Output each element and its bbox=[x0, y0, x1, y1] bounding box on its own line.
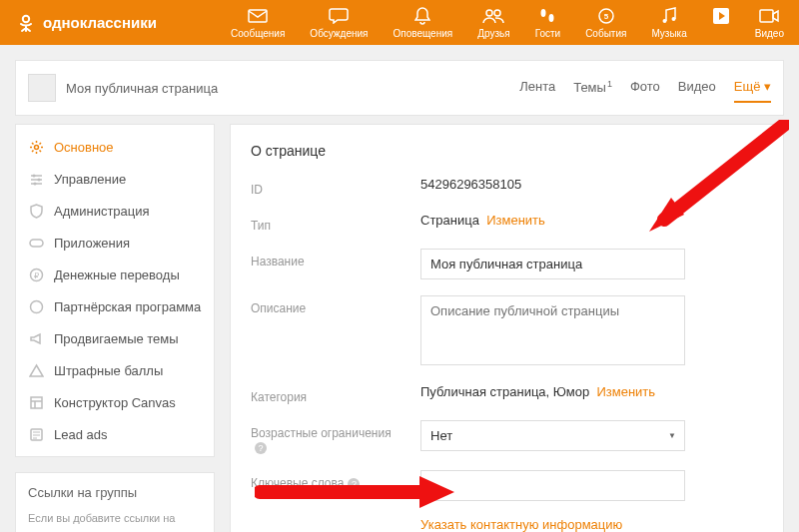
type-change-link[interactable]: Изменить bbox=[486, 213, 545, 228]
sidemenu-apps[interactable]: Приложения bbox=[16, 227, 214, 259]
name-label: Название bbox=[251, 249, 405, 268]
shield-icon bbox=[28, 203, 44, 219]
groups-links-box: Ссылки на группы Если вы добавите ссылки… bbox=[15, 472, 215, 532]
svg-point-9 bbox=[672, 17, 676, 21]
sidemenu-penalty[interactable]: Штрафные баллы bbox=[16, 354, 214, 386]
gamepad-icon bbox=[28, 235, 44, 251]
age-label: Возрастные ограничения bbox=[251, 426, 392, 440]
nav-discussions[interactable]: Обсуждения bbox=[310, 6, 368, 39]
sidemenu-promoted[interactable]: Продвигаемые темы bbox=[16, 322, 214, 354]
music-icon bbox=[661, 6, 677, 26]
type-value: Страница bbox=[420, 213, 479, 228]
nav-guests[interactable]: Гости bbox=[535, 6, 560, 39]
svg-point-12 bbox=[34, 145, 38, 149]
nav-music[interactable]: Музыка bbox=[651, 6, 686, 39]
nav-friends[interactable]: Друзья bbox=[477, 6, 509, 39]
age-select[interactable]: Нет bbox=[420, 420, 685, 451]
form-heading: О странице bbox=[251, 143, 763, 159]
page-title: Моя публичная страница bbox=[66, 81, 218, 96]
badge-icon: 5 bbox=[597, 6, 615, 26]
sidemenu-manage[interactable]: Управление bbox=[16, 163, 214, 195]
page-header: Моя публичная страница Лента Темы1 Фото … bbox=[15, 60, 784, 116]
nav-messages[interactable]: Сообщения bbox=[231, 6, 285, 39]
bell-icon bbox=[414, 6, 430, 26]
svg-rect-16 bbox=[30, 240, 43, 247]
tab-more[interactable]: Ещё ▾ bbox=[734, 73, 771, 103]
svg-point-19 bbox=[30, 300, 42, 312]
sidemenu-money[interactable]: ₽Денежные переводы bbox=[16, 259, 214, 290]
contact-info-link[interactable]: Указать контактную информацию bbox=[420, 517, 622, 532]
svg-text:5: 5 bbox=[604, 12, 609, 21]
about-form: О странице ID 54296296358105 Тип Страниц… bbox=[230, 124, 784, 532]
category-value: Публичная страница, Юмор bbox=[420, 384, 589, 399]
sidemenu-partner[interactable]: Партнёрская программа bbox=[16, 290, 214, 322]
desc-label: Описание bbox=[251, 295, 405, 315]
layout-icon bbox=[28, 394, 44, 410]
nav-events[interactable]: 5События bbox=[585, 6, 626, 39]
envelope-icon bbox=[248, 6, 268, 26]
nav-video[interactable]: Видео bbox=[755, 6, 784, 39]
svg-text:₽: ₽ bbox=[34, 270, 39, 279]
id-value: 54296296358105 bbox=[420, 177, 763, 192]
groups-text: Если вы добавите ссылки на интересные гр… bbox=[28, 510, 202, 532]
tab-topics[interactable]: Темы1 bbox=[573, 73, 612, 103]
tabs: Лента Темы1 Фото Видео Ещё ▾ bbox=[519, 73, 771, 103]
category-change-link[interactable]: Изменить bbox=[596, 384, 655, 399]
svg-point-0 bbox=[23, 15, 29, 21]
svg-point-5 bbox=[549, 14, 554, 22]
footsteps-icon bbox=[538, 6, 556, 26]
nav-notifications[interactable]: Оповещения bbox=[393, 6, 452, 39]
topbar: одноклассники Сообщения Обсуждения Опове… bbox=[0, 0, 799, 45]
form-icon bbox=[28, 426, 44, 442]
desc-textarea[interactable] bbox=[420, 295, 685, 365]
keywords-input[interactable] bbox=[420, 470, 685, 501]
friends-icon bbox=[482, 6, 504, 26]
keywords-label: Ключевые слова bbox=[251, 476, 344, 490]
id-label: ID bbox=[251, 177, 405, 197]
sidemenu-leadads[interactable]: Lead ads bbox=[16, 418, 214, 450]
svg-point-2 bbox=[486, 10, 492, 16]
tab-video[interactable]: Видео bbox=[678, 73, 716, 103]
help-icon[interactable]: ? bbox=[255, 442, 267, 454]
nav-play[interactable] bbox=[712, 6, 730, 39]
groups-title: Ссылки на группы bbox=[28, 485, 202, 500]
svg-point-4 bbox=[541, 9, 546, 17]
svg-point-3 bbox=[494, 10, 500, 16]
chat-icon bbox=[329, 6, 349, 26]
megaphone-icon bbox=[28, 330, 44, 346]
logo[interactable]: одноклассники bbox=[15, 12, 157, 34]
page-thumbnail[interactable] bbox=[28, 74, 56, 102]
svg-rect-1 bbox=[249, 10, 267, 22]
handshake-icon bbox=[28, 298, 44, 314]
name-input[interactable] bbox=[420, 249, 685, 279]
svg-rect-20 bbox=[31, 397, 42, 408]
sidemenu-basic[interactable]: Основное bbox=[16, 131, 214, 163]
type-label: Тип bbox=[251, 213, 405, 233]
sidemenu-canvas[interactable]: Конструктор Canvas bbox=[16, 386, 214, 418]
svg-rect-11 bbox=[760, 10, 773, 22]
warning-icon bbox=[28, 362, 44, 378]
help-icon[interactable]: ? bbox=[348, 478, 360, 490]
svg-point-13 bbox=[32, 174, 35, 177]
video-icon bbox=[759, 6, 779, 26]
topnav: Сообщения Обсуждения Оповещения Друзья Г… bbox=[231, 6, 784, 39]
gear-icon bbox=[28, 139, 44, 155]
sidemenu-admin[interactable]: Администрация bbox=[16, 195, 214, 227]
brand-label: одноклассники bbox=[43, 14, 157, 31]
play-icon bbox=[712, 6, 730, 26]
category-label: Категория bbox=[251, 384, 405, 404]
svg-point-14 bbox=[37, 178, 40, 181]
currency-icon: ₽ bbox=[28, 266, 44, 282]
sidemenu: Основное Управление Администрация Прилож… bbox=[15, 124, 215, 457]
sliders-icon bbox=[28, 171, 44, 187]
svg-point-8 bbox=[663, 19, 667, 23]
tab-photo[interactable]: Фото bbox=[630, 73, 660, 103]
ok-logo-icon bbox=[15, 12, 37, 34]
svg-point-15 bbox=[33, 182, 36, 185]
tab-feed[interactable]: Лента bbox=[519, 73, 555, 103]
